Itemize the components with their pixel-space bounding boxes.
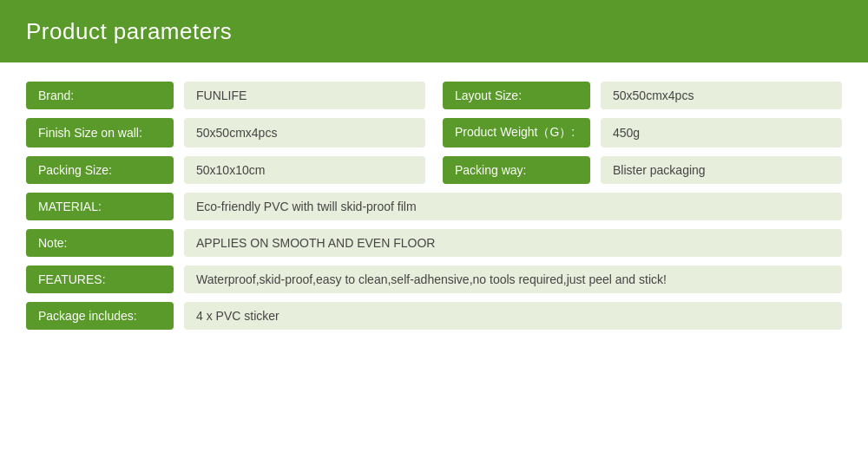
finish-value: 50x50cmx4pcs bbox=[184, 118, 425, 148]
row-package: Package includes: 4 x PVC sticker bbox=[26, 302, 842, 330]
page-title: Product parameters bbox=[26, 18, 232, 45]
packing-way-pair: Packing way: Blister packaging bbox=[443, 156, 842, 184]
content-area: Brand: FUNLIFE Layout Size: 50x50cmx4pcs… bbox=[0, 62, 868, 357]
brand-label: Brand: bbox=[26, 82, 174, 109]
packing-size-label: Packing Size: bbox=[26, 156, 174, 184]
layout-value: 50x50cmx4pcs bbox=[601, 82, 842, 109]
note-value: APPLIES ON SMOOTH AND EVEN FLOOR bbox=[184, 229, 842, 257]
material-label: MATERIAL: bbox=[26, 193, 174, 220]
weight-pair: Product Weight（G）: 450g bbox=[443, 118, 842, 148]
row-note: Note: APPLIES ON SMOOTH AND EVEN FLOOR bbox=[26, 229, 842, 257]
package-label: Package includes: bbox=[26, 302, 174, 330]
features-label: FEATURES: bbox=[26, 266, 174, 293]
row-finish-weight: Finish Size on wall: 50x50cmx4pcs Produc… bbox=[26, 118, 842, 148]
note-label: Note: bbox=[26, 229, 174, 257]
brand-value: FUNLIFE bbox=[184, 82, 425, 109]
finish-label: Finish Size on wall: bbox=[26, 118, 174, 148]
packing-size-value: 50x10x10cm bbox=[184, 156, 425, 184]
material-value: Eco-friendly PVC with twill skid-proof f… bbox=[184, 193, 842, 220]
row-packing: Packing Size: 50x10x10cm Packing way: Bl… bbox=[26, 156, 842, 184]
packing-size-pair: Packing Size: 50x10x10cm bbox=[26, 156, 425, 184]
row-material: MATERIAL: Eco-friendly PVC with twill sk… bbox=[26, 193, 842, 220]
finish-pair: Finish Size on wall: 50x50cmx4pcs bbox=[26, 118, 425, 148]
packing-way-value: Blister packaging bbox=[601, 156, 842, 184]
weight-value: 450g bbox=[601, 118, 842, 148]
page-header: Product parameters bbox=[0, 0, 868, 62]
brand-pair: Brand: FUNLIFE bbox=[26, 82, 425, 109]
row-features: FEATURES: Waterproof,skid-proof,easy to … bbox=[26, 266, 842, 293]
features-value: Waterproof,skid-proof,easy to clean,self… bbox=[184, 266, 842, 293]
package-value: 4 x PVC sticker bbox=[184, 302, 842, 330]
row-brand-layout: Brand: FUNLIFE Layout Size: 50x50cmx4pcs bbox=[26, 82, 842, 109]
layout-pair: Layout Size: 50x50cmx4pcs bbox=[443, 82, 842, 109]
layout-label: Layout Size: bbox=[443, 82, 590, 109]
weight-label: Product Weight（G）: bbox=[443, 118, 590, 148]
packing-way-label: Packing way: bbox=[443, 156, 590, 184]
